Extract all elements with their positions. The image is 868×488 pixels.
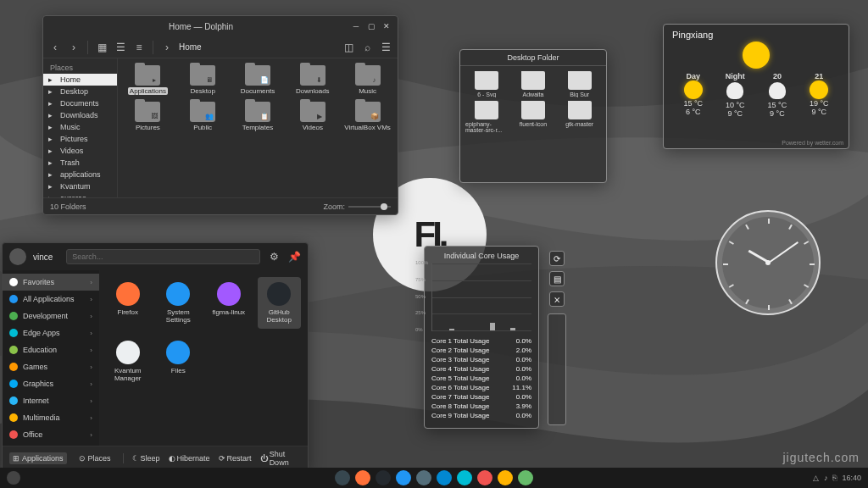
- dock-app3-icon[interactable]: [477, 470, 492, 485]
- core-row: Core 2 Total Usage2.0%: [431, 346, 531, 355]
- configure-icon[interactable]: ▤: [549, 271, 565, 286]
- folder-pictures[interactable]: 🖼Pictures: [121, 100, 175, 133]
- sun-icon: [744, 43, 768, 67]
- compact-view-icon[interactable]: ☰: [114, 41, 127, 54]
- folder-icon: 🖼: [135, 102, 160, 122]
- restart-button[interactable]: ⟳ Restart: [219, 454, 252, 463]
- category-office[interactable]: Office›: [3, 426, 99, 443]
- category-multimedia[interactable]: Multimedia›: [3, 409, 99, 426]
- close-button[interactable]: ✕: [382, 22, 391, 30]
- app-github-desktop[interactable]: GitHub Desktop: [258, 277, 302, 329]
- places-header: Places: [43, 62, 117, 74]
- dock-settings-icon[interactable]: [396, 470, 411, 485]
- places-item-home[interactable]: ▸Home: [43, 74, 117, 86]
- places-item-downloads[interactable]: ▸Downloads: [43, 109, 117, 121]
- forward-icon[interactable]: ›: [67, 41, 81, 54]
- dock-app2-icon[interactable]: [457, 470, 472, 485]
- pin-icon[interactable]: 📌: [287, 250, 301, 263]
- app-icon: [267, 282, 291, 306]
- refresh-icon[interactable]: ⟳: [549, 251, 565, 266]
- category-graphics[interactable]: Graphics›: [3, 375, 99, 392]
- dolphin-titlebar[interactable]: Home — Dolphin ─ ▢ ✕: [43, 16, 398, 36]
- app-figma-linux[interactable]: figma-linux: [207, 277, 251, 329]
- dock-app-icon[interactable]: [437, 470, 452, 485]
- user-avatar[interactable]: [9, 248, 26, 265]
- category-games[interactable]: Games›: [3, 358, 99, 375]
- hamburger-menu-icon[interactable]: ☰: [379, 41, 392, 54]
- app-icon: [166, 282, 190, 306]
- category-edge-apps[interactable]: Edge Apps›: [3, 324, 99, 341]
- tray-icon[interactable]: △: [813, 474, 819, 482]
- folder-applications[interactable]: ▸Applications: [121, 64, 175, 97]
- dock-firefox-icon[interactable]: [355, 470, 370, 485]
- dock-terminal-icon[interactable]: [416, 470, 431, 485]
- places-item-music[interactable]: ▸Music: [43, 121, 117, 133]
- tray-icon[interactable]: ♪: [824, 474, 828, 482]
- folder-desktop[interactable]: 🖥Desktop: [176, 64, 230, 97]
- folder-icon: ▸: [48, 99, 57, 108]
- tray-icon[interactable]: ⎘: [832, 474, 837, 482]
- desktop-item[interactable]: gtk-master: [558, 101, 601, 133]
- start-button[interactable]: [7, 471, 20, 485]
- desktop-item[interactable]: Big Sur: [558, 71, 601, 97]
- tab-applications[interactable]: ⊞ Applications: [9, 452, 67, 464]
- search-input[interactable]: [66, 249, 260, 264]
- split-view-icon[interactable]: ◫: [342, 41, 355, 54]
- minimize-button[interactable]: ─: [352, 22, 360, 30]
- search-icon[interactable]: ⌕: [360, 41, 374, 54]
- category-favorites[interactable]: Favorites›: [3, 274, 99, 291]
- dock-app4-icon[interactable]: [498, 470, 513, 485]
- folder-downloads[interactable]: ⬇Downloads: [286, 64, 339, 97]
- places-item-trash[interactable]: ▸Trash: [43, 157, 117, 169]
- shutdown-button[interactable]: ⏻ Shut Down: [260, 450, 301, 467]
- folder-templates[interactable]: 📋Templates: [231, 100, 285, 133]
- icon-view-icon[interactable]: ▦: [95, 41, 108, 54]
- folder-music[interactable]: ♪Music: [341, 64, 394, 97]
- clock-text[interactable]: 16:40: [842, 474, 861, 482]
- zoom-slider[interactable]: [348, 206, 391, 208]
- app-files[interactable]: Files: [157, 336, 201, 387]
- places-item-documents[interactable]: ▸Documents: [43, 97, 117, 109]
- app-kvantum-manager[interactable]: Kvantum Manager: [106, 336, 150, 387]
- dock-dolphin-icon[interactable]: [335, 470, 350, 485]
- desktop-item[interactable]: epiphany-master-src-r...: [465, 101, 509, 133]
- places-item-aurorae[interactable]: ▸aurorae: [43, 192, 117, 197]
- folder-virtualbox-vms[interactable]: 📦VirtualBox VMs: [341, 100, 394, 133]
- app-system-settings[interactable]: System Settings: [157, 277, 201, 329]
- category-icon: [9, 363, 18, 371]
- dock-github-icon[interactable]: [376, 470, 391, 485]
- gear-icon[interactable]: ⚙: [267, 250, 281, 263]
- sleep-button[interactable]: ☾ Sleep: [132, 454, 160, 463]
- category-internet[interactable]: Internet›: [3, 392, 99, 409]
- places-item-kvantum[interactable]: ▸Kvantum: [43, 180, 117, 192]
- remove-icon[interactable]: ⨯: [549, 291, 565, 307]
- folder-icon: [475, 71, 498, 90]
- hibernate-button[interactable]: ◐ Hibernate: [169, 454, 210, 463]
- tab-places[interactable]: ⊙ Places: [75, 452, 114, 464]
- file-view[interactable]: ▸Applications🖥Desktop📄Documents⬇Download…: [118, 58, 398, 197]
- app-firefox[interactable]: Firefox: [106, 277, 150, 329]
- core-usage-title: Individual Core Usage: [431, 252, 531, 260]
- category-development[interactable]: Development›: [3, 308, 99, 324]
- details-view-icon[interactable]: ≡: [132, 41, 146, 54]
- category-icon: [9, 312, 18, 320]
- desktop-item[interactable]: Adwaita: [512, 71, 555, 97]
- places-item-pictures[interactable]: ▸Pictures: [43, 133, 117, 145]
- breadcrumb-home[interactable]: Home: [179, 42, 202, 52]
- folder-documents[interactable]: 📄Documents: [231, 64, 285, 97]
- places-item-applications[interactable]: ▸applications: [43, 169, 117, 180]
- widget-edit-toolbar: ⟳ ▤ ⨯: [548, 251, 566, 307]
- places-item-desktop[interactable]: ▸Desktop: [43, 86, 117, 97]
- dock-app5-icon[interactable]: [518, 470, 533, 485]
- desktop-item[interactable]: fluent-icon: [512, 101, 555, 133]
- category-all-applications[interactable]: All Applications›: [3, 291, 99, 308]
- maximize-button[interactable]: ▢: [367, 22, 376, 30]
- category-education[interactable]: Education›: [3, 341, 99, 358]
- back-icon[interactable]: ‹: [48, 41, 62, 54]
- desktop-item[interactable]: 6 - Svg: [465, 71, 509, 97]
- folder-public[interactable]: 👥Public: [176, 100, 230, 133]
- folder-icon: 🖥: [190, 65, 215, 86]
- folder-videos[interactable]: ▶Videos: [286, 100, 339, 133]
- widget-resize-handle[interactable]: [548, 313, 566, 425]
- places-item-videos[interactable]: ▸Videos: [43, 145, 117, 157]
